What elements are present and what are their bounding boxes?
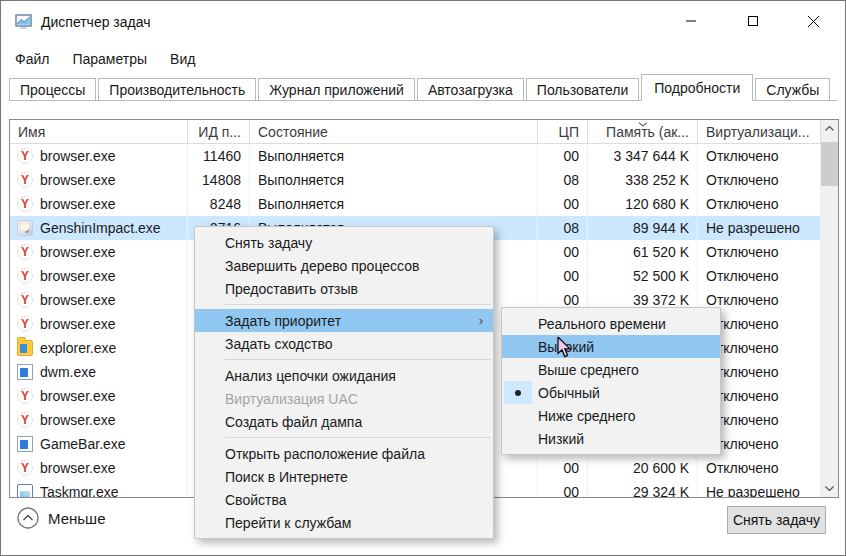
cell-name: browser.exe <box>10 144 188 168</box>
context-menu-item[interactable]: Снять задачу <box>195 231 493 254</box>
minimize-icon <box>685 15 697 27</box>
context-menu-item[interactable]: Открыть расположение файла <box>195 442 493 465</box>
cell-name: browser.exe <box>10 288 188 312</box>
context-menu-item: Виртуализация UAC <box>195 387 493 410</box>
scroll-up-button[interactable] <box>821 120 838 137</box>
yandex-icon <box>17 412 33 428</box>
cell-name: browser.exe <box>10 384 188 408</box>
table-row[interactable]: browser.exe 8248 Выполняется 00 120 680 … <box>10 192 821 216</box>
maximize-icon <box>747 15 759 27</box>
yandex-icon <box>17 148 33 164</box>
context-menu-item[interactable]: Анализ цепочки ожидания <box>195 364 493 387</box>
priority-menu-item[interactable]: Реального времени <box>502 312 720 335</box>
column-header-5[interactable]: Память (ак... <box>588 120 698 143</box>
priority-menu-item[interactable]: Выше среднего <box>502 358 720 381</box>
context-menu-item[interactable]: Предоставить отзыв <box>195 277 493 300</box>
yandex-icon <box>17 172 33 188</box>
cell-virtualization: Отключено <box>698 144 821 168</box>
column-header-1[interactable]: Имя <box>10 120 188 143</box>
cell-virtualization: Не разрешено <box>698 480 821 497</box>
cell-name: dwm.exe <box>10 360 188 384</box>
chevron-up-circle-icon <box>17 507 39 529</box>
context-menu-item[interactable]: Свойства <box>195 488 493 511</box>
tab-strip: ПроцессыПроизводительностьЖурнал приложе… <box>9 74 837 101</box>
column-header-6[interactable]: Виртуализаци... <box>698 120 821 143</box>
table-row[interactable]: browser.exe 14808 Выполняется 08 338 252… <box>10 168 821 192</box>
cell-virtualization: Не разрешено <box>698 216 821 240</box>
close-button[interactable] <box>791 1 835 41</box>
window-icon <box>17 436 33 452</box>
scroll-down-button[interactable] <box>821 480 838 497</box>
cell-virtualization: Отключено <box>698 456 821 480</box>
cell-status: Выполняется <box>250 168 538 192</box>
tab-label: Службы <box>766 82 819 98</box>
cell-name: browser.exe <box>10 456 188 480</box>
context-menu-item[interactable]: Завершить дерево процессов <box>195 254 493 277</box>
cell-name: browser.exe <box>10 168 188 192</box>
cell-memory: 89 944 K <box>588 216 698 240</box>
cell-cpu: 00 <box>538 456 588 480</box>
menu-separator <box>225 359 491 360</box>
yandex-icon <box>17 268 33 284</box>
tab-2[interactable]: Производительность <box>98 78 256 100</box>
cell-virtualization: Отключено <box>698 168 821 192</box>
maximize-button[interactable] <box>731 1 775 41</box>
tab-1[interactable]: Процессы <box>9 78 96 100</box>
cell-memory: 338 252 K <box>588 168 698 192</box>
context-menu-item[interactable]: Задать приоритет› <box>195 309 493 332</box>
menu-options[interactable]: Параметры <box>70 49 149 69</box>
end-task-button[interactable]: Снять задачу <box>727 506 826 534</box>
genshin-icon <box>17 220 33 236</box>
priority-menu-item[interactable]: Низкий <box>502 427 720 450</box>
tab-4[interactable]: Автозагрузка <box>417 78 524 100</box>
minimize-button[interactable] <box>669 1 713 41</box>
tab-5[interactable]: Пользователи <box>526 78 639 100</box>
cell-cpu: 00 <box>538 264 588 288</box>
scrollbar-thumb[interactable] <box>821 142 838 186</box>
tab-7[interactable]: Службы <box>755 78 830 100</box>
context-menu-item[interactable]: Поиск в Интернете <box>195 465 493 488</box>
menu-bar: Файл Параметры Вид <box>1 45 845 72</box>
column-header-3[interactable]: Состояние <box>250 120 538 143</box>
tab-3[interactable]: Журнал приложений <box>258 78 415 100</box>
cell-name: GenshinImpact.exe <box>10 216 188 240</box>
submenu-arrow-icon: › <box>479 313 483 328</box>
vertical-scrollbar[interactable] <box>821 120 838 497</box>
fewer-details-toggle[interactable]: Меньше <box>17 507 105 529</box>
sort-desc-icon <box>638 120 648 127</box>
cell-cpu: 00 <box>538 480 588 497</box>
table-row[interactable]: browser.exe 11460 Выполняется 00 3 347 6… <box>10 144 821 168</box>
menu-file[interactable]: Файл <box>13 49 51 69</box>
explorer-icon <box>17 340 33 356</box>
context-menu-item[interactable]: Создать файл дампа <box>195 410 493 433</box>
tab-6[interactable]: Подробности <box>641 74 753 101</box>
cell-pid: 14808 <box>188 168 250 192</box>
column-header-4[interactable]: ЦП <box>538 120 588 143</box>
cell-cpu: 00 <box>538 192 588 216</box>
yandex-icon <box>17 388 33 404</box>
menu-view[interactable]: Вид <box>168 49 197 69</box>
context-menu-item[interactable]: Задать сходство <box>195 332 493 355</box>
priority-menu-item[interactable]: Обычный <box>502 381 720 404</box>
priority-menu-item[interactable]: Высокий <box>502 335 720 358</box>
mouse-cursor-icon <box>557 337 573 362</box>
tab-label: Пользователи <box>537 82 628 98</box>
cell-memory: 52 500 K <box>588 264 698 288</box>
chevron-down-icon <box>825 486 834 491</box>
priority-menu-item[interactable]: Ниже среднего <box>502 404 720 427</box>
cell-name: browser.exe <box>10 192 188 216</box>
yandex-icon <box>17 460 33 476</box>
cell-memory: 120 680 K <box>588 192 698 216</box>
cell-memory: 3 347 644 K <box>588 144 698 168</box>
column-header-2[interactable]: ИД п... <box>188 120 250 143</box>
task-manager-window: Диспетчер задач Файл Параметры Вид Проце… <box>0 0 846 556</box>
tab-label: Производительность <box>109 82 245 98</box>
yandex-icon <box>17 244 33 260</box>
fewer-details-label: Меньше <box>48 510 105 527</box>
window-title: Диспетчер задач <box>41 14 151 30</box>
tab-label: Автозагрузка <box>428 82 513 98</box>
cell-memory: 29 324 K <box>588 480 698 497</box>
cell-virtualization: Отключено <box>698 192 821 216</box>
context-menu-item[interactable]: Перейти к службам <box>195 511 493 534</box>
cell-pid: 8248 <box>188 192 250 216</box>
